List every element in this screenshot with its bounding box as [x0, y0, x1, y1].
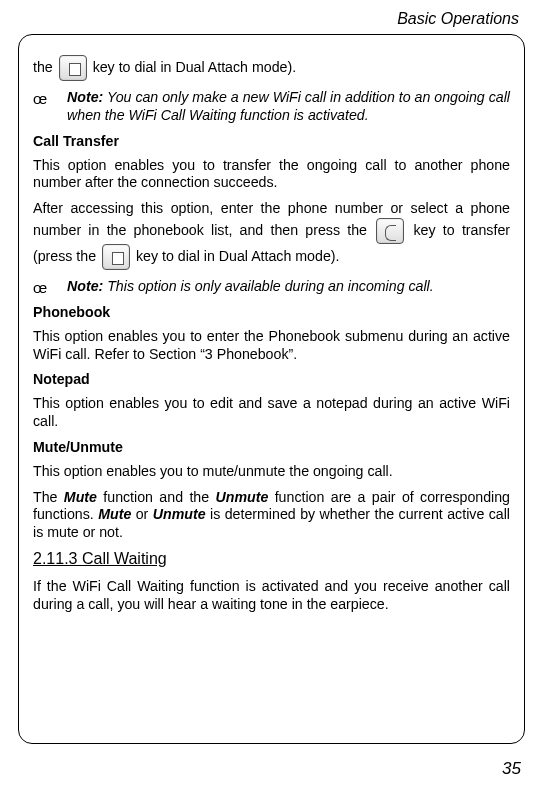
paragraph: If the WiFi Call Waiting function is act… — [33, 578, 510, 614]
menu-key-icon — [59, 55, 87, 81]
note-text: This option is only available during an … — [103, 278, 433, 294]
text-fragment: the — [33, 59, 57, 75]
page-number: 35 — [502, 759, 521, 779]
paragraph-with-icons: After accessing this option, enter the p… — [33, 200, 510, 270]
paragraph: This option enables you to edit and save… — [33, 395, 510, 431]
heading-notepad: Notepad — [33, 371, 510, 387]
note-row: œ Note: This option is only available du… — [33, 278, 510, 296]
text-fragment: or — [131, 506, 153, 522]
menu-key-icon — [102, 244, 130, 270]
line-dual-attach: the key to dial in Dual Attach mode). — [33, 55, 510, 81]
heading-call-transfer: Call Transfer — [33, 133, 510, 149]
note-body: Note: This option is only available duri… — [67, 278, 510, 296]
paragraph: This option enables you to enter the Pho… — [33, 328, 510, 364]
bold-term: Mute — [98, 506, 131, 522]
note-label: Note: — [67, 89, 103, 105]
paragraph: This option enables you to mute/unmute t… — [33, 463, 510, 481]
note-marker-icon: œ — [33, 278, 67, 296]
bold-term: Unmute — [153, 506, 206, 522]
call-key-icon — [376, 218, 404, 244]
page-header: Basic Operations — [18, 10, 525, 28]
paragraph: This option enables you to transfer the … — [33, 157, 510, 193]
content-frame: the key to dial in Dual Attach mode). œ … — [18, 34, 525, 744]
bold-term: Mute — [64, 489, 97, 505]
note-row: œ Note: You can only make a new WiFi cal… — [33, 89, 510, 125]
note-text: You can only make a new WiFi call in add… — [67, 89, 510, 123]
text-fragment: function and the — [97, 489, 216, 505]
bold-term: Unmute — [216, 489, 269, 505]
paragraph-mute-desc: The Mute function and the Unmute functio… — [33, 489, 510, 542]
note-marker-icon: œ — [33, 89, 67, 107]
text-fragment: The — [33, 489, 64, 505]
text-fragment: key to dial in Dual Attach mode). — [136, 248, 339, 264]
heading-call-waiting: 2.11.3 Call Waiting — [33, 550, 510, 568]
heading-phonebook: Phonebook — [33, 304, 510, 320]
note-label: Note: — [67, 278, 103, 294]
text-fragment: key to dial in Dual Attach mode). — [93, 59, 296, 75]
heading-mute: Mute/Unmute — [33, 439, 510, 455]
note-body: Note: You can only make a new WiFi call … — [67, 89, 510, 125]
